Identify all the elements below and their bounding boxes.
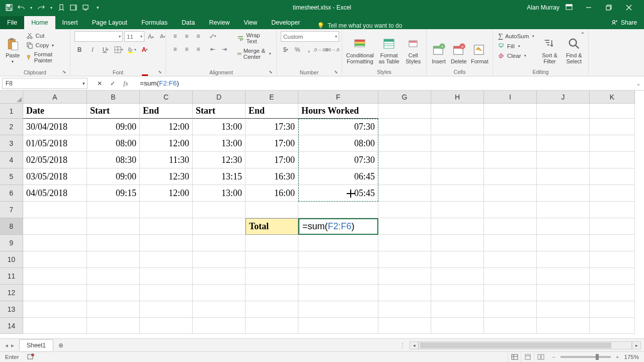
- cell[interactable]: 13:15: [193, 168, 246, 185]
- cell[interactable]: [484, 235, 537, 251]
- tab-home[interactable]: Home: [24, 16, 55, 29]
- cell[interactable]: [537, 185, 590, 202]
- row-header[interactable]: 14: [0, 318, 23, 334]
- copy-button[interactable]: Copy▾: [25, 41, 66, 50]
- cell[interactable]: [590, 168, 635, 185]
- row-header[interactable]: 2: [0, 119, 23, 135]
- cell[interactable]: [378, 202, 431, 218]
- cell[interactable]: 12:00: [140, 119, 193, 135]
- cell[interactable]: [298, 251, 378, 268]
- cell[interactable]: [484, 301, 537, 318]
- cell[interactable]: 03/05/2018: [23, 168, 87, 185]
- autosum-button[interactable]: ∑AutoSum▾: [497, 31, 535, 41]
- number-format-combo[interactable]: Custom▾: [281, 31, 339, 42]
- cell[interactable]: [537, 202, 590, 218]
- dialog-launcher-icon[interactable]: ⬊: [62, 69, 68, 75]
- column-header[interactable]: B: [87, 90, 140, 104]
- format-painter-button[interactable]: Format Painter: [25, 50, 66, 64]
- cell[interactable]: [298, 318, 378, 334]
- cell[interactable]: [431, 218, 484, 235]
- paste-button[interactable]: Paste ▾: [4, 31, 21, 64]
- cell[interactable]: [378, 185, 431, 202]
- cell[interactable]: [431, 301, 484, 318]
- column-header[interactable]: G: [378, 90, 431, 104]
- comma-format-icon[interactable]: ,: [304, 45, 314, 55]
- cell[interactable]: [590, 185, 635, 202]
- tab-page-layout[interactable]: Page Layout: [85, 16, 134, 29]
- cell[interactable]: [23, 251, 87, 268]
- cell[interactable]: [484, 202, 537, 218]
- cell[interactable]: [590, 235, 635, 251]
- cell[interactable]: [23, 301, 87, 318]
- scroll-left-icon[interactable]: ◂: [410, 341, 419, 349]
- cell[interactable]: 07:30: [298, 152, 378, 168]
- cell[interactable]: [378, 318, 431, 334]
- cell[interactable]: 13:00: [193, 185, 246, 202]
- align-left-icon[interactable]: ≡: [170, 44, 180, 54]
- cell[interactable]: [537, 104, 590, 119]
- cell[interactable]: [298, 285, 378, 301]
- cell[interactable]: [537, 285, 590, 301]
- fill-button[interactable]: Fill▾: [497, 42, 535, 51]
- cell[interactable]: [23, 285, 87, 301]
- cell[interactable]: [431, 318, 484, 334]
- cell[interactable]: [431, 235, 484, 251]
- cell[interactable]: [23, 218, 87, 235]
- scroll-right-icon[interactable]: ▸: [632, 341, 641, 349]
- align-bottom-icon[interactable]: ≡: [193, 31, 203, 41]
- cell[interactable]: [484, 135, 537, 152]
- cell[interactable]: [87, 202, 140, 218]
- italic-button[interactable]: I: [88, 45, 98, 55]
- cell[interactable]: [590, 268, 635, 285]
- cell[interactable]: 16:30: [246, 168, 298, 185]
- sort-filter-button[interactable]: Sort & Filter: [539, 31, 559, 64]
- row-header[interactable]: 6: [0, 185, 23, 202]
- font-color-button[interactable]: A▾: [140, 45, 150, 55]
- cell[interactable]: [537, 251, 590, 268]
- tab-review[interactable]: Review: [202, 16, 236, 29]
- cell[interactable]: [378, 119, 431, 135]
- column-header[interactable]: H: [431, 90, 484, 104]
- undo-icon[interactable]: [17, 4, 25, 12]
- cell[interactable]: 02/05/2018: [23, 152, 87, 168]
- cell[interactable]: [537, 119, 590, 135]
- cell[interactable]: [590, 152, 635, 168]
- row-header[interactable]: 5: [0, 168, 23, 185]
- close-button[interactable]: [619, 0, 639, 15]
- cell[interactable]: [246, 235, 298, 251]
- tab-insert[interactable]: Insert: [55, 16, 85, 29]
- cell[interactable]: [537, 168, 590, 185]
- cell[interactable]: [431, 119, 484, 135]
- cell[interactable]: [484, 285, 537, 301]
- cell[interactable]: [537, 135, 590, 152]
- cell[interactable]: Total: [246, 218, 298, 235]
- cell[interactable]: [23, 235, 87, 251]
- cell[interactable]: 17:00: [246, 135, 298, 152]
- column-header[interactable]: J: [537, 90, 590, 104]
- cell[interactable]: [193, 202, 246, 218]
- row-header[interactable]: 12: [0, 285, 23, 301]
- cell[interactable]: 17:30: [246, 119, 298, 135]
- qat-item-icon[interactable]: [82, 4, 90, 12]
- cell[interactable]: [378, 235, 431, 251]
- cell[interactable]: [431, 268, 484, 285]
- cell[interactable]: [378, 268, 431, 285]
- cell[interactable]: 05:45: [298, 185, 378, 202]
- cell[interactable]: [87, 235, 140, 251]
- column-header[interactable]: E: [246, 90, 298, 104]
- cell[interactable]: 08:00: [87, 135, 140, 152]
- cell[interactable]: [87, 251, 140, 268]
- cell[interactable]: [246, 285, 298, 301]
- cut-button[interactable]: Cut: [25, 31, 66, 40]
- orientation-icon[interactable]: ⤢▾: [208, 31, 218, 41]
- cell[interactable]: [590, 301, 635, 318]
- cell[interactable]: 13:00: [193, 119, 246, 135]
- cell[interactable]: 01/05/2018: [23, 135, 87, 152]
- normal-view-icon[interactable]: [508, 352, 521, 362]
- cell[interactable]: [140, 268, 193, 285]
- page-break-view-icon[interactable]: [534, 352, 547, 362]
- align-middle-icon[interactable]: ≡: [182, 31, 192, 41]
- qat-item-icon[interactable]: [69, 4, 77, 12]
- bold-button[interactable]: B: [74, 45, 85, 55]
- qat-dropdown-icon[interactable]: ▾: [29, 4, 33, 12]
